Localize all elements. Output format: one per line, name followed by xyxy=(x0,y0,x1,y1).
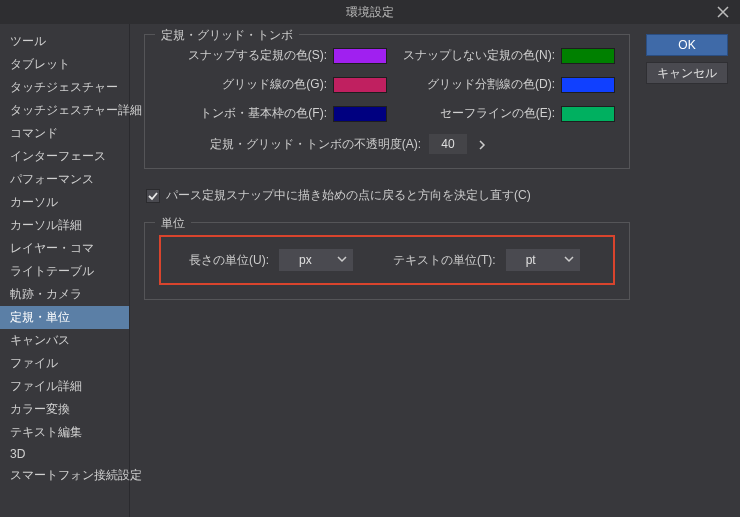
safeline-color-label: セーフラインの色(E): xyxy=(387,105,561,122)
grid-line-color-label: グリッド線の色(G): xyxy=(159,76,333,93)
opacity-slider-button[interactable] xyxy=(477,139,487,149)
unit-highlight-box: 長さの単位(U): px テキストの単位(T): pt xyxy=(159,235,615,285)
grid-div-color-label: グリッド分割線の色(D): xyxy=(387,76,561,93)
opacity-label: 定規・グリッド・トンボの不透明度(A): xyxy=(159,136,429,153)
sidebar-item[interactable]: ツール xyxy=(0,30,129,53)
sidebar-item[interactable]: テキスト編集 xyxy=(0,421,129,444)
opacity-input[interactable] xyxy=(429,134,467,154)
grid-div-color-swatch[interactable] xyxy=(561,77,615,93)
text-unit-select[interactable]: pt xyxy=(506,249,580,271)
sidebar: ツールタブレットタッチジェスチャータッチジェスチャー詳細コマンドインターフェース… xyxy=(0,24,130,517)
group-unit-legend: 単位 xyxy=(155,215,191,232)
chevron-right-icon xyxy=(477,140,487,150)
sidebar-item[interactable]: カーソル xyxy=(0,191,129,214)
sidebar-item[interactable]: キャンバス xyxy=(0,329,129,352)
sidebar-item[interactable]: レイヤー・コマ xyxy=(0,237,129,260)
group-ruler-grid-legend: 定規・グリッド・トンボ xyxy=(155,27,299,44)
cancel-button[interactable]: キャンセル xyxy=(646,62,728,84)
check-icon xyxy=(148,191,158,201)
text-unit-label: テキストの単位(T): xyxy=(393,252,496,269)
sidebar-item[interactable]: タッチジェスチャー xyxy=(0,76,129,99)
sidebar-item[interactable]: インターフェース xyxy=(0,145,129,168)
chevron-down-icon xyxy=(564,254,574,264)
titlebar: 環境設定 xyxy=(0,0,740,24)
tombo-color-label: トンボ・基本枠の色(F): xyxy=(159,105,333,122)
sidebar-item[interactable]: スマートフォン接続設定 xyxy=(0,464,129,487)
close-button[interactable] xyxy=(706,0,740,24)
sidebar-item[interactable]: タッチジェスチャー詳細 xyxy=(0,99,129,122)
length-unit-value: px xyxy=(299,253,312,267)
main-panel: OK キャンセル 定規・グリッド・トンボ スナップする定規の色(S): スナップ… xyxy=(130,24,740,517)
sidebar-item[interactable]: ライトテーブル xyxy=(0,260,129,283)
chevron-down-icon xyxy=(337,254,347,264)
snap-ruler-color-label: スナップする定規の色(S): xyxy=(159,47,333,64)
sidebar-item[interactable]: ファイル詳細 xyxy=(0,375,129,398)
perspective-snap-checkbox[interactable] xyxy=(146,189,160,203)
group-ruler-grid: 定規・グリッド・トンボ スナップする定規の色(S): スナップしない定規の色(N… xyxy=(144,34,630,169)
sidebar-item[interactable]: コマンド xyxy=(0,122,129,145)
safeline-color-swatch[interactable] xyxy=(561,106,615,122)
perspective-snap-checkbox-row[interactable]: パース定規スナップ中に描き始めの点に戻ると方向を決定し直す(C) xyxy=(144,187,630,204)
length-unit-select[interactable]: px xyxy=(279,249,353,271)
perspective-snap-checkbox-label: パース定規スナップ中に描き始めの点に戻ると方向を決定し直す(C) xyxy=(166,187,531,204)
sidebar-item[interactable]: カーソル詳細 xyxy=(0,214,129,237)
nosnap-ruler-color-swatch[interactable] xyxy=(561,48,615,64)
sidebar-item[interactable]: 軌跡・カメラ xyxy=(0,283,129,306)
sidebar-item[interactable]: パフォーマンス xyxy=(0,168,129,191)
nosnap-ruler-color-label: スナップしない定規の色(N): xyxy=(387,47,561,64)
sidebar-item[interactable]: タブレット xyxy=(0,53,129,76)
ok-button[interactable]: OK xyxy=(646,34,728,56)
length-unit-label: 長さの単位(U): xyxy=(189,252,269,269)
group-unit: 単位 長さの単位(U): px テキストの単位(T): pt xyxy=(144,222,630,300)
text-unit-value: pt xyxy=(526,253,536,267)
sidebar-item[interactable]: 定規・単位 xyxy=(0,306,129,329)
tombo-color-swatch[interactable] xyxy=(333,106,387,122)
sidebar-item[interactable]: ファイル xyxy=(0,352,129,375)
snap-ruler-color-swatch[interactable] xyxy=(333,48,387,64)
window-title: 環境設定 xyxy=(346,4,394,21)
close-icon xyxy=(717,6,729,18)
sidebar-item[interactable]: カラー変換 xyxy=(0,398,129,421)
grid-line-color-swatch[interactable] xyxy=(333,77,387,93)
sidebar-item[interactable]: 3D xyxy=(0,444,129,464)
